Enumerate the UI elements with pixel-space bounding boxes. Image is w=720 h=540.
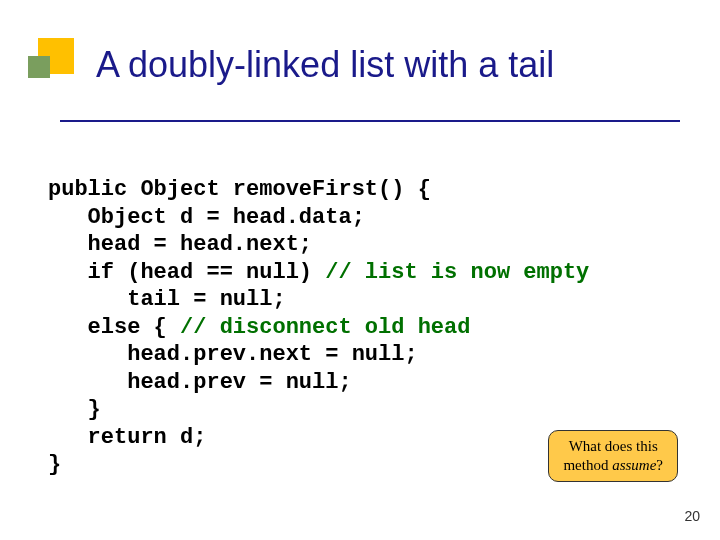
square-small-icon — [28, 56, 50, 78]
code-line-3: head = head.next; — [48, 232, 312, 257]
code-comment-2: // disconnect old head — [180, 315, 470, 340]
code-line-9: } — [48, 397, 101, 422]
code-comment-1: // list is now empty — [325, 260, 589, 285]
code-line-11: } — [48, 452, 61, 477]
title-underline — [60, 120, 680, 122]
callout-line-2a: method — [563, 457, 612, 473]
page-number: 20 — [684, 508, 700, 524]
callout-line-1: What does this — [563, 437, 663, 456]
callout-line-2b: assume — [612, 457, 656, 473]
code-line-7: head.prev.next = null; — [48, 342, 418, 367]
code-line-5: tail = null; — [48, 287, 286, 312]
title-area: A doubly-linked list with a tail — [0, 0, 720, 86]
code-line-4a: if (head == null) — [48, 260, 325, 285]
slide-title: A doubly-linked list with a tail — [96, 44, 720, 86]
code-line-1: public Object removeFirst() { — [48, 177, 431, 202]
callout-line-2c: ? — [656, 457, 663, 473]
code-block: public Object removeFirst() { Object d =… — [48, 176, 589, 479]
slide: A doubly-linked list with a tail public … — [0, 0, 720, 540]
code-line-8: head.prev = null; — [48, 370, 352, 395]
code-line-10: return d; — [48, 425, 206, 450]
callout-line-2: method assume? — [563, 456, 663, 475]
code-line-6a: else { — [48, 315, 180, 340]
callout-box: What does this method assume? — [548, 430, 678, 482]
code-line-2: Object d = head.data; — [48, 205, 365, 230]
bullet-decoration-icon — [28, 28, 84, 84]
